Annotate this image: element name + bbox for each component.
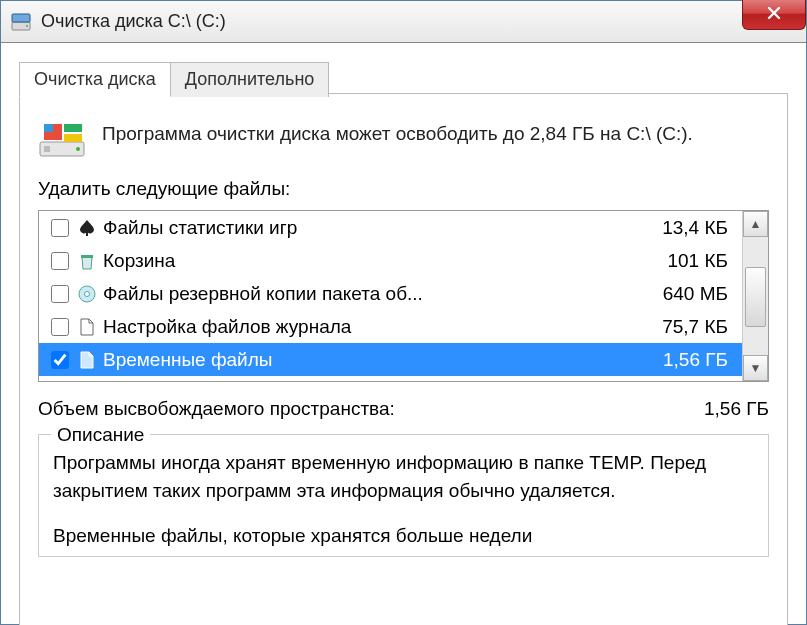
description-body: Программы иногда хранят временную информ… (53, 449, 754, 504)
scroll-down-button[interactable]: ▼ (743, 355, 768, 381)
list-item[interactable]: Корзина101 КБ (39, 244, 742, 277)
svg-rect-11 (81, 255, 93, 258)
row-size: 101 КБ (624, 250, 734, 272)
list-item[interactable]: Файлы резервной копии пакета об...640 МБ (39, 277, 742, 310)
total-row: Объем высвобождаемого пространства: 1,56… (38, 398, 769, 420)
tab-bar: Очистка диска Дополнительно (19, 62, 328, 97)
scroll-track[interactable] (743, 237, 768, 355)
recycle-bin-icon (77, 251, 97, 271)
row-label: Временные файлы (103, 349, 624, 371)
header-text: Программа очистки диска может освободить… (102, 120, 693, 148)
app-icon (11, 12, 31, 32)
svg-rect-9 (44, 124, 53, 132)
svg-rect-10 (86, 232, 88, 236)
row-checkbox[interactable] (51, 318, 69, 336)
scroll-thumb[interactable] (745, 267, 766, 327)
drive-cleanup-icon (38, 120, 86, 160)
row-checkbox[interactable] (51, 351, 69, 369)
row-label: Настройка файлов журнала (103, 316, 624, 338)
row-size: 640 МБ (624, 283, 734, 305)
tab-panel: Очистка диска Дополнительно Программа (19, 93, 788, 625)
row-label: Корзина (103, 250, 624, 272)
scroll-up-button[interactable]: ▲ (743, 211, 768, 237)
delete-files-label: Удалить следующие файлы: (38, 178, 769, 200)
svg-rect-8 (64, 134, 82, 142)
list-item[interactable]: Настройка файлов журнала75,7 КБ (39, 310, 742, 343)
tab-cleanup[interactable]: Очистка диска (19, 62, 171, 97)
row-label: Файлы статистики игр (103, 217, 624, 239)
description-group: Описание Программы иногда хранят временн… (38, 434, 769, 557)
spade-icon (77, 218, 97, 238)
titlebar: Очистка диска C:\ (C:) (1, 1, 806, 43)
svg-point-2 (26, 25, 28, 27)
row-checkbox[interactable] (51, 219, 69, 237)
close-icon (767, 4, 781, 25)
disk-cleanup-window: Очистка диска C:\ (C:) Очистка диска Доп… (0, 0, 807, 625)
row-label: Файлы резервной копии пакета об... (103, 283, 624, 305)
svg-rect-1 (12, 14, 30, 22)
disc-icon (77, 284, 97, 304)
svg-point-13 (85, 291, 90, 296)
svg-rect-4 (44, 146, 50, 152)
content-area: Очистка диска Дополнительно Программа (1, 43, 806, 625)
close-button[interactable] (742, 0, 806, 30)
scrollbar[interactable]: ▲ ▼ (742, 211, 768, 381)
svg-rect-7 (64, 124, 82, 132)
row-size: 1,56 ГБ (624, 349, 734, 371)
file-list: Файлы статистики игр13,4 КБКорзина101 КБ… (38, 210, 769, 382)
total-value: 1,56 ГБ (704, 398, 769, 420)
row-checkbox[interactable] (51, 252, 69, 270)
header-row: Программа очистки диска может освободить… (38, 120, 769, 160)
window-title: Очистка диска C:\ (C:) (41, 11, 226, 32)
svg-point-5 (76, 147, 80, 151)
row-size: 13,4 КБ (624, 217, 734, 239)
list-item[interactable]: Файлы статистики игр13,4 КБ (39, 211, 742, 244)
list-item[interactable]: Временные файлы1,56 ГБ (39, 343, 742, 376)
row-size: 75,7 КБ (624, 316, 734, 338)
description-title: Описание (51, 421, 150, 449)
row-checkbox[interactable] (51, 285, 69, 303)
description-body-2: Временные файлы, которые хранятся больше… (53, 522, 754, 550)
file-icon (77, 317, 97, 337)
total-label: Объем высвобождаемого пространства: (38, 398, 395, 420)
tab-advanced[interactable]: Дополнительно (170, 62, 330, 97)
file-icon (77, 350, 97, 370)
